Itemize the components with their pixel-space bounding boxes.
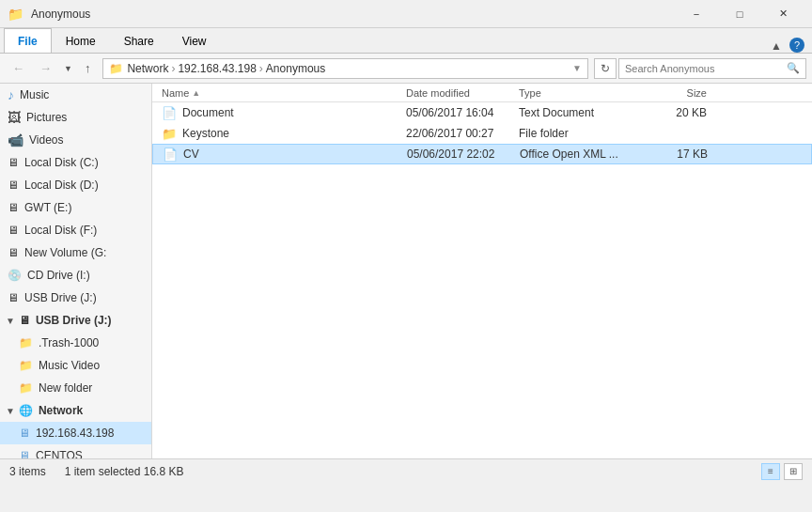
tab-view[interactable]: View: [168, 28, 221, 53]
usb-j1-icon: 🖥: [8, 291, 19, 304]
address-network[interactable]: Network: [127, 62, 168, 75]
status-bar: 3 items 1 item selected 16.8 KB ≡ ⊞: [0, 458, 812, 483]
network-section-icon: 🌐: [19, 404, 33, 417]
col-type-label: Type: [519, 87, 541, 99]
sidebar-item-gwt-e[interactable]: 🖥 GWT (E:): [0, 196, 151, 219]
pictures-icon: 🖼: [8, 110, 21, 125]
column-headers: Name ▲ Date modified Type Size: [152, 84, 812, 102]
col-name-label: Name: [162, 87, 189, 99]
sidebar-label-local-c: Local Disk (C:): [24, 156, 99, 169]
sidebar-section-network-label: Network: [39, 404, 83, 417]
tiles-view-button[interactable]: ⊞: [784, 463, 803, 480]
sidebar-item-videos[interactable]: 📹 Videos: [0, 129, 151, 151]
address-dropdown-icon[interactable]: ▼: [572, 63, 582, 73]
music-video-icon: 📁: [19, 359, 33, 372]
maximize-button[interactable]: □: [718, 0, 761, 28]
sidebar-item-pictures[interactable]: 🖼 Pictures: [0, 106, 151, 129]
ribbon: File Home Share View ▲ ?: [0, 28, 812, 54]
sidebar-item-cd-i[interactable]: 💿 CD Drive (I:): [0, 264, 151, 287]
sidebar-label-music: Music: [20, 88, 49, 101]
cd-icon: 💿: [8, 269, 22, 282]
sidebar-label-new-folder: New folder: [39, 381, 92, 395]
up-button[interactable]: ↑: [78, 57, 98, 80]
window-icon: 📁: [8, 7, 23, 22]
address-folder-icon: 📁: [109, 62, 123, 75]
disk-d-icon: 🖥: [8, 178, 19, 192]
sidebar-label-cd-i: CD Drive (I:): [27, 269, 90, 282]
music-icon: ♪: [8, 87, 14, 102]
sidebar-item-music-video[interactable]: 📁 Music Video: [0, 354, 151, 377]
sidebar-item-trash[interactable]: 📁 .Trash-1000: [0, 332, 151, 354]
toolbar: ← → ▼ ↑ 📁 Network › 192.168.43.198 › Ano…: [0, 54, 812, 84]
window-controls: − □ ✕: [675, 0, 804, 28]
disk-g-icon: 🖥: [8, 246, 19, 259]
cv-file-icon: 📄: [163, 147, 178, 162]
sidebar-label-centos: CENTOS: [36, 449, 83, 458]
window-title: Anonymous: [31, 8, 675, 21]
search-input[interactable]: [625, 63, 787, 74]
col-header-type[interactable]: Type: [519, 87, 641, 99]
sidebar-item-local-c[interactable]: 🖥 Local Disk (C:): [0, 151, 151, 174]
search-box[interactable]: 🔍: [618, 58, 806, 79]
file-date-keystone: 22/06/2017 00:27: [406, 127, 519, 140]
ip-icon: 🖥: [19, 427, 30, 440]
sidebar-item-ip[interactable]: 🖥 192.168.43.198: [0, 422, 151, 444]
file-row-document[interactable]: 📄 Document 05/06/2017 16:04 Text Documen…: [152, 102, 812, 123]
file-size-cv: 17 KB: [642, 147, 708, 161]
trash-icon: 📁: [19, 336, 33, 349]
new-folder-icon: 📁: [19, 381, 33, 395]
sidebar-item-centos[interactable]: 🖥 CENTOS: [0, 444, 151, 458]
file-type-keystone: File folder: [519, 127, 641, 140]
file-row-cv[interactable]: 📄 CV 05/06/2017 22:02 Office Open XML ..…: [152, 144, 812, 164]
sidebar-item-music[interactable]: ♪ Music: [0, 84, 151, 106]
col-header-date[interactable]: Date modified: [406, 87, 519, 99]
main-layout: ♪ Music 🖼 Pictures 📹 Videos 🖥 Local Disk…: [0, 84, 812, 458]
address-ip[interactable]: 192.168.43.198: [178, 62, 256, 75]
sidebar-section-network[interactable]: ▼ 🌐 Network: [0, 399, 151, 422]
file-date-document: 05/06/2017 16:04: [406, 106, 519, 119]
help-icon[interactable]: ?: [789, 38, 804, 53]
file-content: Name ▲ Date modified Type Size 📄 Documen…: [152, 84, 812, 458]
recent-locations-button[interactable]: ▼: [60, 57, 76, 80]
tab-share[interactable]: Share: [110, 28, 168, 53]
file-list: 📄 Document 05/06/2017 16:04 Text Documen…: [152, 102, 812, 458]
close-button[interactable]: ✕: [761, 0, 804, 28]
sidebar-section-usb[interactable]: ▼ 🖥 USB Drive (J:): [0, 309, 151, 332]
details-view-button[interactable]: ≡: [761, 463, 780, 480]
col-size-label: Size: [687, 87, 707, 99]
ribbon-tabs: File Home Share View ▲ ?: [0, 28, 812, 53]
sort-arrow: ▲: [192, 88, 200, 98]
col-date-label: Date modified: [406, 87, 470, 99]
file-row-keystone[interactable]: 📁 Keystone 22/06/2017 00:27 File folder: [152, 123, 812, 144]
sidebar-label-volume-g: New Volume (G:: [24, 246, 106, 259]
minimize-button[interactable]: −: [675, 0, 718, 28]
file-type-document: Text Document: [519, 106, 641, 119]
sidebar-item-local-f[interactable]: 🖥 Local Disk (F:): [0, 219, 151, 241]
file-name-document: Document: [182, 106, 234, 119]
title-bar-icons: 📁: [8, 7, 23, 22]
selected-info: 1 item selected 16.8 KB: [65, 465, 184, 478]
col-header-name[interactable]: Name ▲: [162, 87, 406, 99]
ribbon-expand-icon[interactable]: ▲: [771, 39, 782, 53]
sidebar-label-ip: 192.168.43.198: [36, 427, 114, 440]
sidebar-item-local-d[interactable]: 🖥 Local Disk (D:): [0, 174, 151, 196]
sidebar-item-new-folder[interactable]: 📁 New folder: [0, 377, 151, 399]
sidebar-label-usb-j1: USB Drive (J:): [24, 291, 97, 304]
address-bar[interactable]: 📁 Network › 192.168.43.198 › Anonymous ▼: [102, 58, 588, 79]
title-bar: 📁 Anonymous − □ ✕: [0, 0, 812, 28]
back-button[interactable]: ←: [6, 57, 31, 80]
sidebar-item-volume-g[interactable]: 🖥 New Volume (G:: [0, 241, 151, 264]
file-name-cv: CV: [183, 147, 199, 161]
sidebar-label-trash: .Trash-1000: [39, 336, 99, 349]
col-header-size[interactable]: Size: [641, 87, 707, 99]
section-chevron-usb: ▼: [6, 316, 15, 326]
tab-home[interactable]: Home: [52, 28, 110, 53]
sidebar-item-usb-j1[interactable]: 🖥 USB Drive (J:): [0, 287, 151, 309]
refresh-button[interactable]: ↻: [594, 58, 617, 79]
address-folder[interactable]: Anonymous: [266, 62, 325, 75]
forward-button[interactable]: →: [33, 57, 58, 80]
disk-e-icon: 🖥: [8, 201, 19, 214]
tab-file[interactable]: File: [4, 28, 52, 53]
sidebar-label-pictures: Pictures: [26, 111, 67, 124]
sidebar-label-local-f: Local Disk (F:): [24, 224, 97, 237]
